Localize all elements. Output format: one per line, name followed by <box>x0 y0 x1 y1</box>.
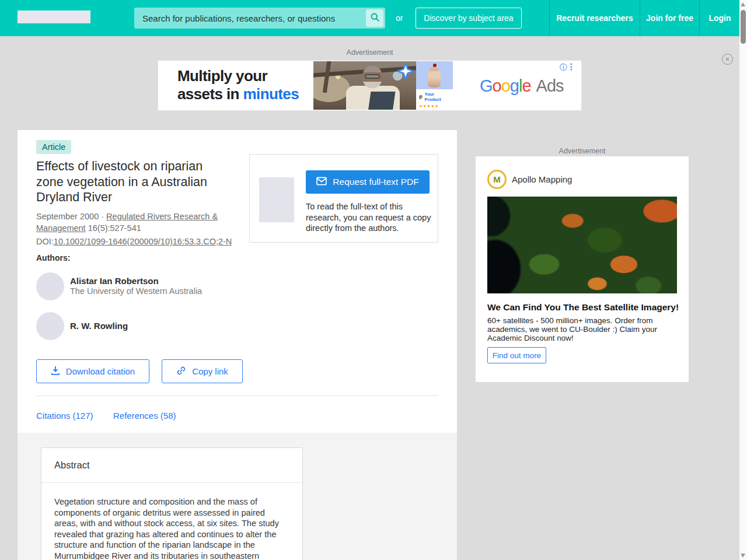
scroll-up-icon[interactable] <box>741 2 745 6</box>
search-button[interactable] <box>366 9 383 27</box>
top-ad-banner[interactable]: Multiply your assets in minutes <box>158 60 582 111</box>
author-affiliation: The University of Western Australia <box>70 286 202 296</box>
author-avatar[interactable] <box>36 272 64 300</box>
envelope-icon <box>316 177 327 188</box>
ad-headline: Multiply your assets in minutes <box>177 67 299 103</box>
sparkle-icon <box>396 62 415 83</box>
download-citation-button[interactable]: Download citation <box>36 359 149 383</box>
site-logo[interactable] <box>18 10 90 23</box>
tab-citations[interactable]: Citations (127) <box>36 411 93 421</box>
publish-date: September 2000 <box>36 212 99 221</box>
researchgate-article-page: or Discover by subject area Recruit rese… <box>0 0 747 560</box>
tab-references[interactable]: References (58) <box>113 411 176 421</box>
journal-issue: 16(5):527-541 <box>86 223 141 233</box>
header-nav: Recruit researchers Join for free Login <box>549 0 740 36</box>
ad-product-card: Your Product ★★★★★ <box>416 61 453 110</box>
abstract-heading: Abstract <box>41 448 302 483</box>
google-g-icon <box>419 95 423 99</box>
top-ad-label: Advertisement <box>158 48 582 57</box>
nav-join-for-free[interactable]: Join for free <box>640 0 699 36</box>
doi-row: DOI:10.1002/1099-1646(200009/10)16:53.3.… <box>36 237 246 246</box>
scrollbar-thumb[interactable] <box>741 10 746 44</box>
product-image <box>416 61 453 89</box>
search-input[interactable] <box>134 13 366 23</box>
find-out-more-button[interactable]: Find out more <box>487 347 546 363</box>
sidebar-ad-brand[interactable]: Apollo Mapping <box>512 174 572 184</box>
request-description: To read the full-text of this research, … <box>306 201 432 234</box>
request-fulltext-pdf-button[interactable]: Request full-text PDF <box>306 170 430 194</box>
copy-link-button[interactable]: Copy link <box>162 359 243 383</box>
apollo-mapping-logo-icon: M <box>487 170 507 189</box>
search-icon <box>370 12 380 24</box>
google-ads-logo: GoogleAds <box>480 76 564 96</box>
sidebar-ad-card: M Apollo Mapping We Can Find You The Bes… <box>476 156 689 382</box>
nav-login[interactable]: Login <box>699 0 740 36</box>
article-card: Article Effects of livestock on riparian… <box>18 130 457 433</box>
link-icon <box>176 366 186 377</box>
article-type-badge: Article <box>36 140 71 154</box>
nav-recruit-researchers[interactable]: Recruit researchers <box>549 0 640 36</box>
discover-by-subject-button[interactable]: Discover by subject area <box>416 8 522 29</box>
top-navbar: or Discover by subject area Recruit rese… <box>0 0 747 36</box>
close-ad-icon[interactable]: ✕ <box>722 54 733 65</box>
divider <box>36 396 438 396</box>
article-meta: September 2000 · Regulated Rivers Resear… <box>36 211 229 234</box>
author-name[interactable]: R. W. Rowling <box>70 321 128 331</box>
sidebar-ad-headline: We Can Find You The Best Satellite Image… <box>487 302 679 313</box>
scroll-down-icon[interactable] <box>741 554 745 558</box>
product-name: Your Product <box>419 92 450 102</box>
author-name[interactable]: Alistar Ian Robertson <box>70 276 159 286</box>
authors-label: Authors: <box>36 253 70 262</box>
author-avatar[interactable] <box>36 312 64 340</box>
product-rating-stars: ★★★★★ <box>419 104 450 108</box>
pdf-thumbnail-placeholder <box>259 177 294 222</box>
sidebar-ad-body: 60+ satellites - 500 million+ images. Or… <box>487 317 675 342</box>
doi-label: DOI: <box>36 237 54 246</box>
ad-options-icon[interactable]: ⋮ <box>567 62 575 71</box>
satellite-imagery-photo[interactable] <box>487 197 677 293</box>
or-separator-label: or <box>396 0 403 36</box>
abstract-text: Vegetation structure and composition and… <box>41 483 302 560</box>
abstract-section: Abstract Vegetation structure and compos… <box>41 447 303 560</box>
doi-link[interactable]: 10.1002/1099-1646(200009/10)16:53.3.CO;2… <box>54 237 232 246</box>
ad-info-icon[interactable]: ⓘ <box>560 62 567 73</box>
page-scrollbar[interactable] <box>739 0 747 560</box>
article-body-panel: Abstract Vegetation structure and compos… <box>18 433 457 560</box>
request-fulltext-card: Request full-text PDF To read the full-t… <box>249 154 438 243</box>
download-icon <box>51 366 60 377</box>
search-bar <box>134 8 385 29</box>
sidebar-ad-label: Advertisement <box>476 147 689 155</box>
article-title: Effects of livestock on riparian zone ve… <box>36 159 232 205</box>
